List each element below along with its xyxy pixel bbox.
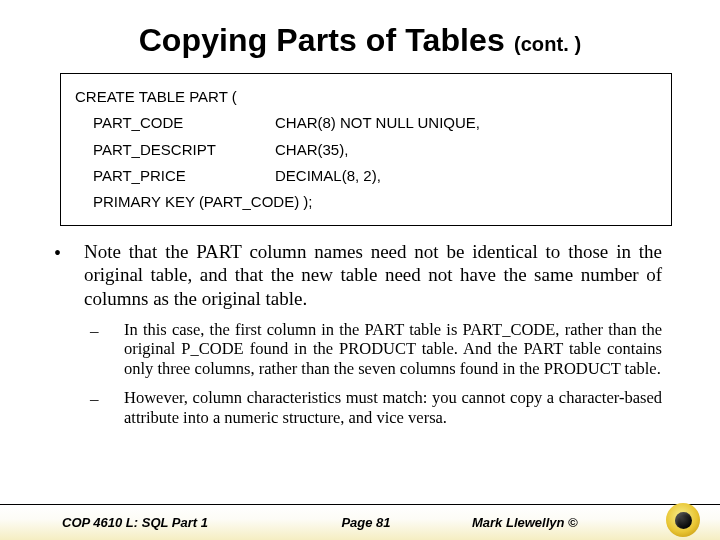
slide-title: Copying Parts of Tables (cont. ) [30,22,690,59]
sql-col-def: CHAR(8) NOT NULL UNIQUE, [275,110,661,136]
sql-footer: PRIMARY KEY (PART_CODE) ); [75,189,661,215]
sub-bullet-text: However, column characteristics must mat… [124,388,662,427]
sql-col-def: DECIMAL(8, 2), [275,163,661,189]
sql-row: PART_CODE CHAR(8) NOT NULL UNIQUE, [75,110,661,136]
sub-bullet-item: – In this case, the first column in the … [90,320,662,378]
sql-row: PART_DESCRIPT CHAR(35), [75,137,661,163]
sql-row: PART_PRICE DECIMAL(8, 2), [75,163,661,189]
footer-course: COP 4610 L: SQL Part 1 [20,515,290,530]
sql-col-name: PART_PRICE [75,163,275,189]
sql-create-box: CREATE TABLE PART ( PART_CODE CHAR(8) NO… [60,73,672,226]
bullet-list: • Note that the PART column names need n… [50,240,662,427]
sql-col-def: CHAR(35), [275,137,661,163]
bullet-item: • Note that the PART column names need n… [50,240,662,310]
footer-page: Page 81 [290,515,442,530]
footer-author: Mark Llewellyn © [442,515,700,530]
ucf-logo-icon [666,503,700,537]
slide-footer: COP 4610 L: SQL Part 1 Page 81 Mark Llew… [0,504,720,540]
sql-col-name: PART_DESCRIPT [75,137,275,163]
sub-bullet-text: In this case, the first column in the PA… [124,320,662,378]
title-cont: (cont. ) [514,33,581,55]
title-main: Copying Parts of Tables [139,22,505,58]
dash-marker: – [90,320,124,378]
bullet-marker: • [50,240,84,310]
sub-bullet-item: – However, column characteristics must m… [90,388,662,427]
sql-header: CREATE TABLE PART ( [75,84,661,110]
dash-marker: – [90,388,124,427]
bullet-text: Note that the PART column names need not… [84,240,662,310]
sql-col-name: PART_CODE [75,110,275,136]
slide: Copying Parts of Tables (cont. ) CREATE … [0,0,720,540]
